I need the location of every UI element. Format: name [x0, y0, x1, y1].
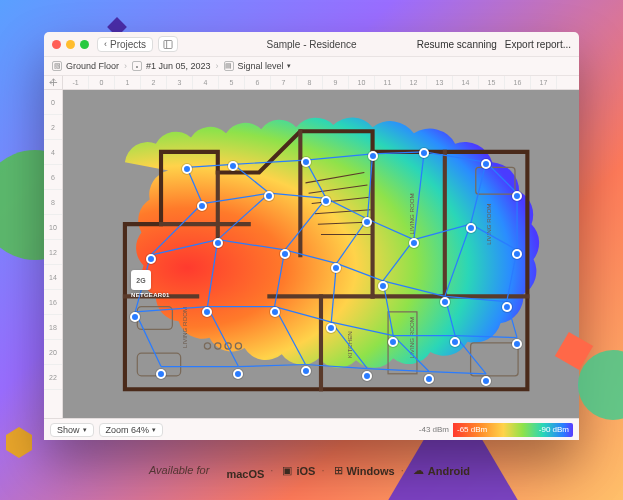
svg-line-35 — [424, 152, 486, 162]
survey-point[interactable] — [130, 312, 140, 322]
survey-point[interactable] — [419, 148, 429, 158]
svg-line-62 — [445, 296, 507, 301]
survey-point[interactable] — [301, 366, 311, 376]
access-point-label: NETGEAR01 — [131, 292, 170, 298]
svg-line-40 — [367, 154, 372, 219]
survey-point[interactable] — [228, 161, 238, 171]
survey-point[interactable] — [362, 371, 372, 381]
svg-line-41 — [414, 152, 424, 240]
chevron-down-icon: ▾ — [152, 426, 156, 434]
survey-point[interactable] — [146, 254, 156, 264]
crumb-floor[interactable]: Ground Floor — [66, 61, 119, 71]
survey-point[interactable] — [301, 157, 311, 167]
close-icon[interactable] — [52, 40, 61, 49]
survey-point[interactable] — [512, 191, 522, 201]
svg-line-33 — [306, 154, 373, 160]
survey-point[interactable] — [156, 369, 166, 379]
back-projects-button[interactable]: ‹ Projects — [97, 37, 153, 52]
export-report-button[interactable]: Export report... — [505, 39, 571, 50]
svg-line-64 — [207, 240, 217, 307]
ruler-tick: 4 — [193, 76, 219, 89]
survey-point[interactable] — [450, 337, 460, 347]
platform-macos[interactable]: macOS — [222, 468, 264, 480]
access-point-marker[interactable]: 2G NETGEAR01 — [131, 270, 170, 298]
ruler-tick: 20 — [44, 340, 62, 365]
floorplan-viewport[interactable]: LIVING ROOM KITCHEN LIVING ROOM LIVING R… — [63, 90, 579, 418]
legend-max: -90 dBm — [539, 425, 569, 434]
ruler-vertical: 0246810121416182022 — [44, 90, 63, 418]
sidebar-toggle-icon[interactable] — [158, 36, 178, 52]
ruler-tick: 16 — [44, 290, 62, 315]
bg-decor — [578, 350, 623, 420]
available-label: Available for — [149, 464, 209, 476]
platform-android[interactable]: ☁ Android — [413, 464, 470, 477]
show-dropdown[interactable]: Show ▾ — [50, 423, 94, 437]
floor-icon: ▧ — [52, 61, 62, 71]
ruler-tick: 1 — [115, 76, 141, 89]
survey-point[interactable] — [202, 307, 212, 317]
survey-point[interactable] — [197, 201, 207, 211]
survey-point[interactable] — [424, 374, 434, 384]
svg-line-48 — [414, 224, 471, 239]
chevron-left-icon: ‹ — [104, 39, 107, 49]
survey-point[interactable] — [280, 249, 290, 259]
resume-scanning-button[interactable]: Resume scanning — [417, 39, 497, 50]
survey-point[interactable] — [331, 263, 341, 273]
ruler-tick: 12 — [401, 76, 427, 89]
back-label: Projects — [110, 39, 146, 50]
status-bar: Show ▾ Zoom 64% ▾ -43 dBm -65 dBm -90 dB… — [44, 418, 579, 440]
survey-point[interactable] — [321, 196, 331, 206]
canvas-area: -101234567891011121314151617 02468101214… — [44, 76, 579, 418]
ruler-tick: 9 — [323, 76, 349, 89]
legend-mid: -65 dBm — [457, 425, 487, 434]
platform-windows[interactable]: ⊞ Windows — [334, 464, 395, 477]
ruler-origin-icon[interactable] — [44, 76, 63, 90]
ruler-tick: 10 — [349, 76, 375, 89]
zoom-dropdown[interactable]: Zoom 64% ▾ — [99, 423, 164, 437]
svg-line-52 — [285, 198, 326, 250]
chevron-down-icon: ▾ — [83, 426, 87, 434]
survey-point[interactable] — [362, 217, 372, 227]
survey-point[interactable] — [233, 369, 243, 379]
survey-point[interactable] — [378, 281, 388, 291]
survey-point[interactable] — [388, 337, 398, 347]
maximize-icon[interactable] — [80, 40, 89, 49]
ruler-tick: 0 — [89, 76, 115, 89]
breadcrumb: ▧ Ground Floor › • #1 Jun 05, 2023 › ▤ S… — [44, 56, 579, 76]
titlebar: ‹ Projects Sample - Residence Resume sca… — [44, 32, 579, 56]
survey-point[interactable] — [213, 238, 223, 248]
crumb-layer[interactable]: Signal level — [238, 61, 284, 71]
svg-line-59 — [285, 250, 337, 263]
ruler-tick: 3 — [167, 76, 193, 89]
survey-point[interactable] — [368, 151, 378, 161]
ruler-tick: 8 — [44, 190, 62, 215]
survey-point[interactable] — [466, 223, 476, 233]
survey-point[interactable] — [270, 307, 280, 317]
crumb-survey[interactable]: #1 Jun 05, 2023 — [146, 61, 211, 71]
svg-line-86 — [429, 372, 486, 374]
survey-point[interactable] — [409, 238, 419, 248]
survey-point[interactable] — [481, 159, 491, 169]
platform-ios[interactable]: ▣ iOS — [282, 464, 315, 477]
svg-line-42 — [471, 162, 486, 224]
ruler-tick: 16 — [505, 76, 531, 89]
svg-line-50 — [151, 204, 203, 256]
ruler-tick: 5 — [219, 76, 245, 89]
survey-point[interactable] — [264, 191, 274, 201]
survey-point[interactable] — [502, 302, 512, 312]
svg-line-34 — [373, 152, 425, 154]
svg-line-77 — [207, 307, 238, 367]
svg-line-45 — [269, 193, 326, 198]
ios-icon: ▣ — [282, 464, 292, 477]
survey-point[interactable] — [326, 323, 336, 333]
svg-line-60 — [336, 263, 382, 281]
minimize-icon[interactable] — [66, 40, 75, 49]
svg-line-58 — [218, 240, 285, 250]
signal-legend: -43 dBm -65 dBm -90 dBm — [415, 423, 573, 437]
survey-point[interactable] — [512, 249, 522, 259]
svg-line-47 — [367, 219, 413, 240]
survey-point[interactable] — [440, 297, 450, 307]
survey-point[interactable] — [512, 339, 522, 349]
survey-point[interactable] — [182, 164, 192, 174]
survey-point[interactable] — [481, 376, 491, 386]
